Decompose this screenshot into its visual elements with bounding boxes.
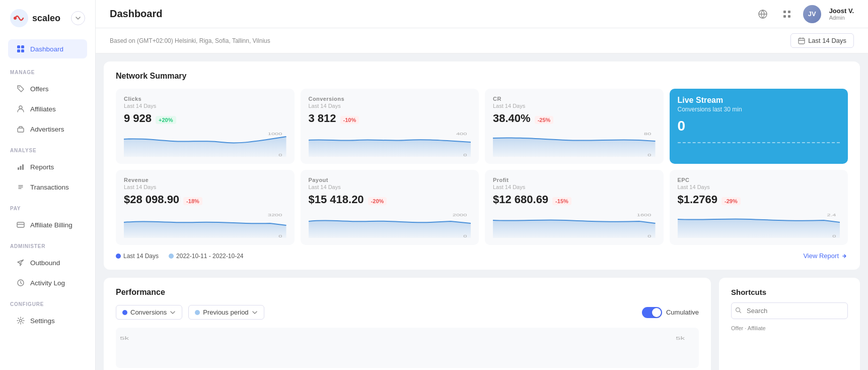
conversions-sublabel: Last 14 Days [309, 103, 471, 109]
payout-chart: 2000 0 [309, 210, 471, 238]
sidebar-section-administer: ADMINISTER [0, 235, 95, 252]
sidebar-item-dashboard[interactable]: Dashboard [8, 39, 87, 58]
grid-btn[interactable] [779, 6, 795, 22]
profit-badge: -15% [552, 197, 571, 205]
sidebar-item-advertisers[interactable]: Advertisers [8, 119, 87, 139]
svg-rect-17 [788, 11, 790, 13]
sidebar-item-transactions-label: Transactions [30, 183, 69, 191]
topbar: Dashboard JV Joost V. [96, 0, 868, 28]
sidebar-item-activity-log-label: Activity Log [30, 279, 65, 287]
sidebar-item-advertisers-label: Advertisers [30, 126, 64, 133]
sidebar-item-affiliate-billing-label: Affiliate Billing [30, 221, 73, 229]
revenue-label: Revenue [124, 177, 286, 183]
globe-btn[interactable] [755, 6, 771, 22]
svg-text:1000: 1000 [268, 132, 282, 136]
legend-row: Last 14 Days 2022-10-11 - 2022-10-24 Vie… [116, 252, 848, 260]
sidebar-item-activity-log[interactable]: Activity Log [8, 273, 87, 292]
shortcuts-tags: Offer · Affiliate [731, 325, 848, 331]
network-summary-title: Network Summary [116, 72, 848, 81]
metric-clicks: Clicks Last 14 Days 9 928 +20% 1000 0 [116, 89, 295, 164]
svg-text:0: 0 [647, 234, 651, 238]
profit-sublabel: Last 14 Days [493, 184, 656, 190]
svg-text:5k: 5k [120, 336, 129, 341]
content-area: Based on (GMT+02:00) Helsinki, Riga, Sof… [96, 28, 868, 370]
arrow-right-icon [841, 253, 848, 260]
cr-badge: -25% [535, 116, 554, 124]
performance-section: Performance Conversions Previous period [104, 278, 711, 370]
period-dropdown-label: Previous period [203, 309, 248, 316]
clock-icon [16, 278, 25, 287]
live-stream-divider [678, 142, 840, 143]
period-dropdown[interactable]: Previous period [188, 305, 264, 320]
user-icon [16, 104, 25, 113]
svg-text:5k: 5k [676, 336, 685, 341]
payout-value: $15 418.20 [309, 193, 364, 206]
svg-rect-4 [17, 49, 20, 52]
svg-rect-12 [17, 222, 24, 227]
shortcuts-hint: Offer · Affiliate [731, 325, 766, 331]
credit-card-icon [16, 220, 25, 229]
conversions-value-row: 3 812 -10% [309, 112, 471, 125]
conversions-dropdown[interactable]: Conversions [116, 305, 182, 320]
sidebar-item-transactions[interactable]: Transactions [8, 177, 87, 197]
cr-chart: 80 0 [493, 129, 656, 157]
sidebar-item-affiliates-label: Affiliates [30, 105, 56, 113]
payout-value-row: $15 418.20 -20% [309, 193, 471, 206]
search-input[interactable] [731, 302, 848, 319]
sidebar-item-affiliates[interactable]: Affiliates [8, 99, 87, 118]
sidebar: scaleo Dashboard MANA [0, 0, 96, 370]
svg-text:80: 80 [644, 132, 651, 136]
legend-previous: 2022-10-11 - 2022-10-24 [169, 253, 243, 260]
view-report-link[interactable]: View Report [803, 252, 848, 260]
clicks-badge: +20% [156, 116, 176, 124]
performance-title: Performance [116, 288, 699, 297]
sidebar-item-offers-label: Offers [30, 85, 49, 93]
svg-point-1 [14, 17, 17, 20]
sidebar-item-reports[interactable]: Reports [8, 157, 87, 176]
svg-text:2.4: 2.4 [827, 213, 836, 217]
sidebar-item-settings[interactable]: Settings [8, 311, 87, 330]
brand-name: scaleo [32, 13, 60, 24]
sidebar-item-offers[interactable]: Offers [8, 79, 87, 98]
page-title: Dashboard [110, 8, 162, 20]
clicks-value-row: 9 928 +20% [124, 112, 286, 125]
svg-text:400: 400 [456, 132, 467, 136]
metric-profit: Profit Last 14 Days $12 680.69 -15% 1600… [485, 170, 664, 245]
gear-icon [16, 316, 25, 325]
payout-badge: -20% [368, 197, 387, 205]
sidebar-item-outbound[interactable]: Outbound [8, 253, 87, 272]
revenue-sublabel: Last 14 Days [124, 184, 286, 190]
date-range-button[interactable]: Last 14 Days [790, 33, 854, 48]
svg-text:0: 0 [647, 153, 651, 157]
svg-point-14 [20, 320, 22, 322]
live-stream-sublabel: Conversions last 30 min [678, 106, 840, 113]
search-icon [735, 306, 742, 316]
cumulative-label: Cumulative [666, 309, 699, 316]
sidebar-item-reports-label: Reports [30, 163, 54, 171]
briefcase-icon [16, 125, 25, 134]
revenue-badge: -18% [183, 197, 202, 205]
grid-icon [782, 9, 792, 19]
clicks-value: 9 928 [124, 112, 152, 125]
avatar-image: JV [803, 5, 821, 23]
epc-sublabel: Last 14 Days [678, 184, 840, 190]
profit-label: Profit [493, 177, 656, 183]
metric-conversions: Conversions Last 14 Days 3 812 -10% 400 … [301, 89, 479, 164]
timezone-text: Based on (GMT+02:00) Helsinki, Riga, Sof… [110, 37, 270, 44]
profit-chart: 1600 0 [493, 210, 656, 238]
send-icon [16, 258, 25, 267]
avatar[interactable]: JV [803, 5, 821, 23]
sidebar-item-affiliate-billing[interactable]: Affiliate Billing [8, 215, 87, 234]
svg-text:0: 0 [278, 234, 282, 238]
conversions-dot [122, 310, 127, 315]
svg-text:0: 0 [463, 234, 467, 238]
cumulative-switch[interactable] [642, 307, 662, 318]
conversions-label: Conversions [309, 96, 471, 102]
epc-value-row: $1.2769 -29% [678, 193, 840, 206]
revenue-chart: 3200 0 [124, 210, 286, 238]
clicks-label: Clicks [124, 96, 286, 102]
main-area: Dashboard JV Joost V. [96, 0, 868, 370]
sidebar-collapse-btn[interactable] [71, 11, 85, 25]
svg-rect-8 [18, 128, 24, 132]
shortcuts-section: Shortcuts Offer · Affiliate [719, 278, 860, 370]
